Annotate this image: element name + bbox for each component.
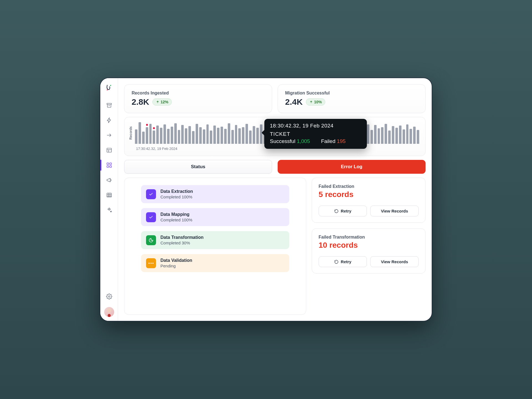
chart-bar[interactable] xyxy=(242,127,244,144)
chart-bar[interactable] xyxy=(163,124,166,144)
chart-bar[interactable] xyxy=(210,131,212,144)
status-item-title: Data Extraction xyxy=(160,189,193,194)
chart-bar[interactable] xyxy=(224,129,227,144)
retry-button[interactable]: Retry xyxy=(319,256,367,267)
sidebar-item-table[interactable] xyxy=(103,188,116,202)
tooltip-timestamp: 18:30:42.32, 19 Feb 2024 xyxy=(270,123,361,129)
chart-bar[interactable] xyxy=(156,126,159,144)
chart-bar[interactable] xyxy=(149,124,152,144)
status-item-data-transformation: Data TransformationCompleted 30% xyxy=(141,231,289,249)
stat-card-migrated: Migration Successful 2.4K 10% xyxy=(278,84,426,113)
chart-bar[interactable] xyxy=(135,129,137,144)
stat-migrated-title: Migration Successful xyxy=(285,91,418,96)
stat-ingested-title: Records Ingested xyxy=(132,91,265,96)
error-card-value: 10 records xyxy=(319,241,419,250)
chart-bar[interactable] xyxy=(385,124,387,144)
pie-chart-icon xyxy=(146,235,156,245)
chart-bar[interactable] xyxy=(370,130,373,144)
chart-bar[interactable] xyxy=(417,130,419,144)
chart-bar[interactable] xyxy=(213,126,216,144)
chart-bar[interactable] xyxy=(388,131,391,144)
svg-rect-7 xyxy=(109,166,111,167)
tooltip-failed-label: Failed xyxy=(321,138,336,144)
error-card-title: Failed Transformation xyxy=(319,235,419,240)
sidebar-item-megaphone[interactable] xyxy=(103,173,116,187)
status-item-data-validation: Data ValidationPending xyxy=(141,254,289,272)
chart-bar[interactable] xyxy=(188,126,191,144)
svg-rect-2 xyxy=(107,103,111,105)
chart-bar[interactable] xyxy=(203,129,205,144)
chart-bar[interactable] xyxy=(139,122,141,144)
view-records-button[interactable]: View Records xyxy=(370,256,419,267)
chart-bar[interactable] xyxy=(378,128,380,144)
sidebar xyxy=(100,78,118,321)
chart-bar[interactable] xyxy=(228,123,230,144)
chart-bar[interactable] xyxy=(185,128,187,144)
chart-bar[interactable] xyxy=(206,124,209,144)
chart-bar[interactable] xyxy=(171,127,173,144)
status-item-data-mapping: Data MappingCompleted 100% xyxy=(141,208,289,226)
chart-bar[interactable] xyxy=(231,130,234,144)
chart-bar[interactable] xyxy=(217,128,219,144)
tooltip-failed: Failed 195 xyxy=(321,138,346,144)
status-item-subtitle: Completed 30% xyxy=(160,241,204,245)
chart-tooltip: 18:30:42.32, 19 Feb 2024 TICKET Successf… xyxy=(264,119,367,149)
chart-bar[interactable] xyxy=(399,126,401,144)
chart-bar[interactable] xyxy=(413,127,416,144)
svg-rect-3 xyxy=(107,148,111,152)
chart-bar[interactable] xyxy=(403,129,405,144)
chart-bar[interactable] xyxy=(256,128,259,144)
error-log-column: Failed Extraction5 recordsRetryView Reco… xyxy=(312,178,426,315)
chart-bar[interactable] xyxy=(235,125,237,144)
chart-bar[interactable] xyxy=(374,125,377,144)
tab-status[interactable]: Status xyxy=(124,160,272,174)
chart-bar[interactable] xyxy=(381,127,383,144)
chart-bar[interactable] xyxy=(178,130,180,144)
sidebar-item-transfer[interactable] xyxy=(103,129,116,142)
sidebar-item-layout[interactable] xyxy=(103,144,116,157)
chart-bar[interactable] xyxy=(153,131,155,144)
chart-bar[interactable] xyxy=(192,131,195,144)
main-content: Records Ingested 2.8K 12% Migration Succ… xyxy=(118,78,432,321)
trend-migrated-value: 10% xyxy=(314,100,322,104)
retry-button[interactable]: Retry xyxy=(319,206,367,216)
chart-bar[interactable] xyxy=(392,126,394,144)
chart-bar[interactable] xyxy=(245,124,248,144)
chart-bar[interactable] xyxy=(146,127,148,144)
tooltip-entity-label: TICKET xyxy=(270,131,361,137)
arrow-up-icon xyxy=(156,100,159,104)
chart-bar[interactable] xyxy=(160,128,162,144)
stat-card-ingested: Records Ingested 2.8K 12% xyxy=(124,84,272,113)
sidebar-item-bolt[interactable] xyxy=(103,114,116,127)
view-records-button[interactable]: View Records xyxy=(370,206,419,216)
chart-bar[interactable] xyxy=(253,126,255,144)
arrow-up-icon xyxy=(310,100,313,104)
chart-bar[interactable] xyxy=(142,132,145,144)
status-item-subtitle: Completed 100% xyxy=(160,195,193,199)
check-icon xyxy=(146,189,156,199)
chart-bar[interactable] xyxy=(199,127,202,144)
sidebar-item-archive[interactable] xyxy=(103,99,116,112)
chart-bar[interactable] xyxy=(406,124,409,144)
chart-bar[interactable] xyxy=(367,124,369,144)
sidebar-item-sparkles[interactable] xyxy=(103,203,116,217)
trend-badge-ingested: 12% xyxy=(152,98,172,106)
chart-bar[interactable] xyxy=(238,128,241,144)
svg-point-0 xyxy=(110,85,111,86)
chart-bar[interactable] xyxy=(249,131,252,144)
user-avatar[interactable] xyxy=(104,307,114,317)
sidebar-item-dashboard[interactable] xyxy=(103,158,116,172)
chart-bar[interactable] xyxy=(395,128,398,144)
chart-bar[interactable] xyxy=(196,124,198,144)
trend-badge-migrated: 10% xyxy=(306,98,325,106)
chart-bar[interactable] xyxy=(410,129,412,144)
chart-bar[interactable] xyxy=(174,123,177,144)
tooltip-successful-label: Successful xyxy=(270,138,295,144)
chart-bar[interactable] xyxy=(167,129,170,144)
chart-bar[interactable] xyxy=(181,125,184,144)
retry-icon xyxy=(334,209,339,213)
chart-bar[interactable] xyxy=(221,127,223,144)
tab-error-log[interactable]: Error Log xyxy=(278,160,426,174)
svg-point-9 xyxy=(108,296,110,297)
sidebar-item-settings[interactable] xyxy=(103,290,116,303)
